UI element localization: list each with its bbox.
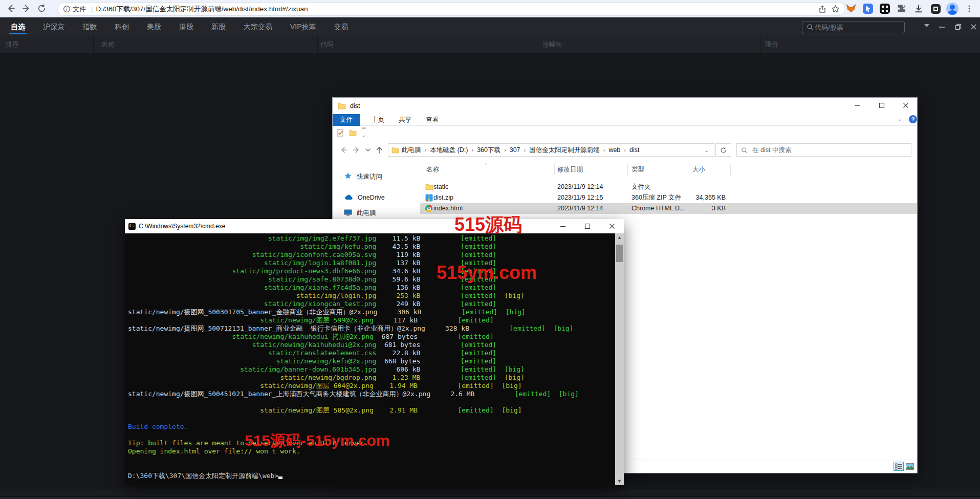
address-bar[interactable]: 文件 | D:/360下载/307/国信金太阳定制开源前端/web/dist/i… — [57, 2, 845, 16]
thumbnail-view-button[interactable] — [905, 462, 915, 471]
explorer-search-box[interactable] — [736, 143, 911, 157]
explorer-search-input[interactable] — [751, 146, 884, 154]
breadcrumb-item-360下载[interactable]: 360下载 — [474, 146, 503, 155]
details-view-button[interactable] — [894, 462, 904, 471]
stock-tab-交易[interactable]: 交易 — [334, 17, 349, 36]
stock-search-input[interactable] — [814, 23, 890, 32]
explorer-up-icon[interactable] — [373, 143, 386, 157]
menu-tab-home[interactable]: 主页 — [364, 114, 391, 126]
share-icon[interactable] — [818, 5, 826, 13]
build-asset-line: static/newimg/摄图网_500712131_banner_商业金融 … — [128, 324, 615, 333]
stock-column-排序[interactable]: 排序 — [6, 36, 19, 53]
list-column-大小[interactable]: 大小 — [692, 162, 705, 177]
extensions-puzzle-icon[interactable] — [895, 2, 908, 15]
browser-menu-dots-icon[interactable] — [963, 2, 976, 15]
stock-tab-自选[interactable]: 自选 — [11, 17, 25, 36]
breadcrumb-item-本地磁盘 (D:)[interactable]: 本地磁盘 (D:) — [427, 146, 470, 155]
search-dropdown-caret-icon[interactable] — [924, 24, 929, 27]
file-name: static — [433, 182, 448, 192]
stock-tab-科创[interactable]: 科创 — [115, 17, 129, 36]
stock-tab-沪深京[interactable]: 沪深京 — [43, 17, 64, 36]
menu-tab-view[interactable]: 查看 — [419, 114, 446, 126]
cmd-icon: C: — [128, 223, 136, 230]
metamask-fox-icon[interactable] — [844, 2, 858, 15]
refresh-button[interactable] — [715, 143, 731, 157]
stock-column-涨幅%[interactable]: 涨幅% — [542, 36, 562, 53]
breadcrumb-item-web[interactable]: web — [606, 146, 623, 154]
url-text[interactable]: D:/360下载/307/国信金太阳定制开源前端/web/dist/index.… — [96, 5, 814, 14]
cmd-minimize-button[interactable] — [551, 219, 575, 233]
blue-cursor-extension-icon[interactable] — [861, 2, 875, 15]
explorer-back-icon[interactable] — [337, 143, 350, 157]
search-icon — [807, 24, 814, 31]
build-asset-line: static/translateelement.css 22.8 kB [emi… — [128, 349, 615, 357]
sidebar-item-OneDrive[interactable]: OneDrive — [344, 192, 421, 203]
ribbon-expand-chevron-icon[interactable]: ⌄ — [898, 116, 902, 122]
file-row-dist.zip[interactable]: dist.zip2023/11/9 12:15360压缩 ZIP 文件34,35… — [420, 192, 917, 203]
build-asset-line: static/newimg/bgdrop.png 1.23 MB [emitte… — [128, 374, 615, 382]
explorer-titlebar[interactable]: dist — [333, 98, 917, 114]
app-minimize-button[interactable] — [934, 17, 949, 36]
stock-tab-指数[interactable]: 指数 — [82, 17, 97, 36]
breadcrumb-item-国信金太阳定制开源前端[interactable]: 国信金太阳定制开源前端 — [527, 146, 602, 155]
scrollbar-thumb[interactable] — [616, 245, 623, 262]
sidebar-item-label: 快速访问 — [357, 172, 382, 181]
explorer-maximize-button[interactable] — [870, 98, 893, 113]
cmd-close-button[interactable] — [600, 219, 624, 233]
scroll-down-icon[interactable]: ▼ — [615, 477, 624, 485]
scroll-up-icon[interactable]: ▲ — [615, 233, 624, 242]
folder-icon — [338, 102, 346, 110]
stock-column-名称[interactable]: 名称 — [101, 36, 115, 53]
cmd-scrollbar[interactable]: ▲ ▼ — [615, 233, 624, 485]
cmd-titlebar[interactable]: C: C:\Windows\System32\cmd.exe — [125, 219, 624, 233]
breadcrumb-item-307[interactable]: 307 — [507, 146, 523, 154]
menu-tab-file[interactable]: 文件 — [333, 114, 360, 126]
column-divider — [317, 36, 318, 53]
info-icon[interactable] — [63, 5, 71, 13]
explorer-forward-icon[interactable] — [350, 143, 363, 157]
stock-nav-bar: 自选沪深京指数科创美股港股新股大宗交易VIP抢筹交易 — [0, 17, 980, 36]
reload-icon[interactable] — [34, 1, 49, 16]
list-column-修改日期[interactable]: 修改日期 — [557, 162, 583, 177]
recent-locations-chevron-icon[interactable] — [363, 143, 373, 157]
dark-square-extension-icon[interactable] — [929, 2, 942, 15]
stock-column-现价[interactable]: 现价 — [765, 36, 778, 53]
profile-avatar[interactable] — [946, 2, 959, 15]
forward-icon[interactable] — [18, 1, 34, 16]
properties-check-icon[interactable] — [337, 129, 344, 137]
dice-extension-icon[interactable] — [878, 2, 891, 15]
list-column-名称[interactable]: 名称 — [426, 162, 439, 177]
download-icon[interactable] — [912, 2, 925, 15]
stock-tabs: 自选沪深京指数科创美股港股新股大宗交易VIP抢筹交易 — [11, 17, 349, 36]
cmd-maximize-button[interactable] — [576, 219, 599, 233]
stock-tab-大宗交易[interactable]: 大宗交易 — [244, 17, 272, 36]
blank-line — [128, 464, 615, 472]
breadcrumb-bar[interactable]: 此电脑›本地磁盘 (D:)›360下载›307›国信金太阳定制开源前端›web›… — [388, 143, 714, 157]
app-restore-button[interactable] — [951, 17, 965, 36]
sidebar-item-快速访问[interactable]: 快速访问 — [344, 171, 421, 182]
stock-column-代码[interactable]: 代码 — [320, 36, 334, 53]
explorer-close-button[interactable] — [894, 98, 917, 113]
new-folder-icon[interactable] — [349, 129, 357, 136]
menu-tab-share[interactable]: 共享 — [391, 114, 419, 126]
stock-tab-港股[interactable]: 港股 — [179, 17, 193, 36]
list-column-类型[interactable]: 类型 — [631, 162, 644, 177]
cmd-prompt-line: D:\360下载\307\国信金太阳定制开源前端\web> — [128, 472, 615, 480]
file-row-static[interactable]: static2023/11/9 12:14文件夹 — [420, 182, 917, 192]
qat-customize-chevron-icon[interactable]: ▔⌄ — [362, 128, 366, 138]
explorer-minimize-button[interactable] — [845, 98, 868, 113]
stock-tab-VIP抢筹[interactable]: VIP抢筹 — [290, 17, 316, 36]
breadcrumb-item-dist[interactable]: dist — [627, 146, 642, 154]
breadcrumb-item-此电脑[interactable]: 此电脑 — [399, 146, 424, 155]
stock-search-box[interactable] — [802, 21, 905, 33]
back-icon[interactable] — [3, 1, 18, 16]
help-icon[interactable]: ? — [909, 115, 917, 123]
address-dropdown-chevron-icon[interactable]: ⌄ — [705, 147, 711, 153]
stock-tab-美股[interactable]: 美股 — [147, 17, 161, 36]
build-asset-line: static/img/banner-down.601b345.jpg 606 k… — [128, 365, 615, 374]
stock-tab-新股[interactable]: 新股 — [211, 17, 226, 36]
app-close-button[interactable] — [966, 17, 980, 36]
sidebar-item-此电脑[interactable]: 此电脑 — [344, 208, 421, 219]
extension-strip — [844, 0, 976, 17]
bookmark-star-icon[interactable] — [831, 5, 840, 13]
